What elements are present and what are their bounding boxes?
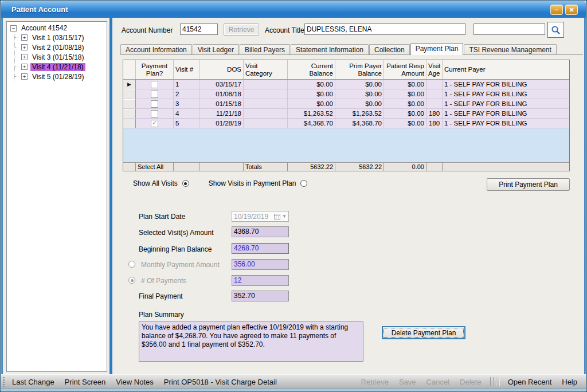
payment-plan-checkbox[interactable] (151, 100, 158, 108)
toolbar-grip-icon (3, 377, 5, 387)
show-plan-visits-label: Show Visits in Payment Plan (209, 179, 296, 187)
dos-cell: 03/15/17 (199, 80, 244, 89)
num-payments-label: # Of Payments (141, 277, 186, 285)
tab-tsi-revenue-management[interactable]: TSI Revenue Management (464, 44, 556, 54)
visit-age-cell (426, 99, 443, 108)
plan-start-date-label: Plan Start Date (139, 213, 185, 221)
minimize-button[interactable]: − (550, 5, 563, 15)
current-balance-cell: $1,263.52 (288, 109, 335, 118)
close-button[interactable]: ✕ (565, 5, 578, 15)
tree-root-account[interactable]: − Account 41542 (7, 22, 107, 33)
grid-row-visit-4: 411/21/18$1,263.52$1,263.52$0.001801 - S… (123, 109, 569, 119)
tab-collection[interactable]: Collection (369, 44, 410, 54)
payment-plan-checkbox[interactable] (151, 120, 158, 127)
grid-row-visit-3: 301/15/18$0.00$0.00$0.001 - SELF PAY FOR… (123, 99, 569, 109)
account-number-input[interactable] (180, 23, 218, 35)
account-title-input[interactable] (304, 23, 465, 35)
patient-resp-total: 0.00 (384, 163, 426, 171)
grid-col-header-1: Payment Plan? (136, 60, 174, 79)
prim-payer-balance-cell: $0.00 (335, 80, 384, 89)
patient-resp-amount-cell: $0.00 (384, 89, 426, 99)
show-all-visits-radio[interactable] (182, 180, 189, 187)
monthly-payment-amount-field[interactable]: 356.00 (232, 259, 289, 270)
statusbar-item-help[interactable]: Help (557, 378, 582, 386)
current-payer-cell: 1 - SELF PAY FOR BILLING (443, 89, 569, 99)
tree-item-label[interactable]: Visit 5 (01/28/19) (30, 73, 86, 81)
grid-col-header-5: Current Balance (288, 60, 335, 79)
visit-age-cell: 180 (426, 119, 443, 128)
visit-category-cell (244, 99, 288, 108)
grid-col-header-selector (123, 60, 136, 79)
num-payments-radio[interactable] (128, 277, 135, 284)
row-selector[interactable]: ▶ (123, 80, 136, 89)
current-payer-cell: 1 - SELF PAY FOR BILLING (443, 80, 569, 89)
monthly-payment-radio[interactable] (128, 261, 135, 268)
visit-category-cell (244, 89, 288, 99)
tab-account-information[interactable]: Account Information (120, 44, 192, 54)
print-payment-plan-button[interactable]: Print Payment Plan (487, 178, 570, 191)
payment-plan-checkbox[interactable] (151, 81, 158, 88)
tree-item-label[interactable]: Visit 1 (03/15/17) (30, 34, 86, 42)
expand-icon[interactable]: + (21, 64, 28, 70)
search-button[interactable] (547, 22, 564, 38)
tree-item-visit-3[interactable]: +Visit 3 (01/15/18) (15, 52, 107, 62)
collapse-icon[interactable]: − (10, 25, 17, 32)
monthly-payment-amount-label: Monthly Payment Amount (141, 261, 220, 269)
account-title-label: Account Title (265, 26, 304, 34)
tree-item-visit-1[interactable]: +Visit 1 (03/15/17) (15, 33, 107, 42)
payment-plan-checkbox[interactable] (151, 91, 158, 98)
window-title: Patient Account (11, 5, 68, 14)
expand-icon[interactable]: + (21, 73, 28, 80)
tab-statement-information[interactable]: Statement Information (291, 44, 369, 54)
account-tree: − Account 41542 +Visit 1 (03/15/17)+Visi… (6, 21, 107, 372)
expand-icon[interactable]: + (21, 54, 28, 60)
row-selector[interactable] (123, 89, 136, 99)
visit-category-cell (244, 109, 288, 118)
grid-header-row: Payment Plan?Visit #DOSVisit CategoryCur… (123, 60, 569, 80)
statusbar-item-delete: Delete (455, 378, 487, 386)
grid-col-header-2: Visit # (174, 60, 199, 79)
row-selector[interactable] (123, 99, 136, 108)
tree-item-visit-4[interactable]: +Visit 4 (11/21/18) (15, 62, 107, 72)
prim-payer-balance-cell: $4,368.70 (335, 119, 384, 128)
delete-payment-plan-button[interactable]: Delete Payment Plan (382, 326, 465, 339)
grid-col-header-3: DOS (199, 60, 244, 79)
tree-item-label[interactable]: Visit 3 (01/15/18) (30, 53, 86, 61)
num-payments-field[interactable]: 12 (232, 275, 289, 286)
statusbar-item-view-notes[interactable]: View Notes (111, 378, 159, 386)
tree-item-visit-5[interactable]: +Visit 5 (01/28/19) (15, 72, 107, 81)
plan-summary-box: You have added a payment plan effective … (139, 322, 363, 362)
show-plan-visits-radio[interactable] (300, 180, 307, 187)
main-panel: Account Number Retrieve Account Title Ac… (112, 18, 584, 374)
quick-search-input[interactable] (473, 23, 545, 35)
show-all-visits-label: Show All Visits (133, 179, 178, 187)
tab-payment-plan[interactable]: Payment Plan (410, 43, 464, 55)
row-selector[interactable] (123, 119, 136, 128)
statusbar-item-print-op5018-visit-charge-detail[interactable]: Print OP5018 - Visit Charge Detail (159, 378, 282, 386)
statusbar-item-last-change[interactable]: Last Change (7, 378, 60, 386)
tab-billed-payers[interactable]: Billed Payers (240, 44, 290, 54)
statusbar-item-open-recent[interactable]: Open Recent (503, 378, 557, 386)
expand-icon[interactable]: + (21, 34, 28, 41)
plan-summary-label: Plan Summary (139, 311, 184, 319)
row-selector[interactable] (123, 109, 136, 118)
final-payment-field[interactable]: 352.70 (232, 291, 289, 301)
tree-item-label[interactable]: Visit 2 (01/08/18) (30, 44, 86, 52)
tab-visit-ledger[interactable]: Visit Ledger (193, 44, 239, 54)
select-all-button[interactable]: Select All (136, 163, 174, 171)
payment-plan-checkbox-cell (136, 119, 174, 128)
payment-plan-checkbox[interactable] (151, 110, 158, 117)
panel-splitter[interactable] (109, 18, 112, 374)
delete-payment-plan-label: Delete Payment Plan (392, 329, 456, 337)
expand-icon[interactable]: + (21, 44, 28, 50)
beginning-plan-balance-field[interactable]: 4268.70 (232, 243, 289, 254)
tree-item-visit-2[interactable]: +Visit 2 (01/08/18) (15, 42, 107, 52)
selected-visits-amount-field[interactable]: 4368.70 (232, 226, 289, 237)
tree-root-label[interactable]: Account 41542 (19, 24, 69, 32)
patient-account-window: Patient Account − ✕ − Account 41542 +Vis… (0, 0, 587, 392)
status-bar: Last ChangePrint ScreenView NotesPrint O… (1, 374, 586, 389)
dos-cell: 01/15/18 (199, 99, 244, 108)
statusbar-item-cancel: Cancel (421, 378, 455, 386)
statusbar-item-print-screen[interactable]: Print Screen (60, 378, 111, 386)
tree-item-label[interactable]: Visit 4 (11/21/18) (30, 63, 85, 71)
